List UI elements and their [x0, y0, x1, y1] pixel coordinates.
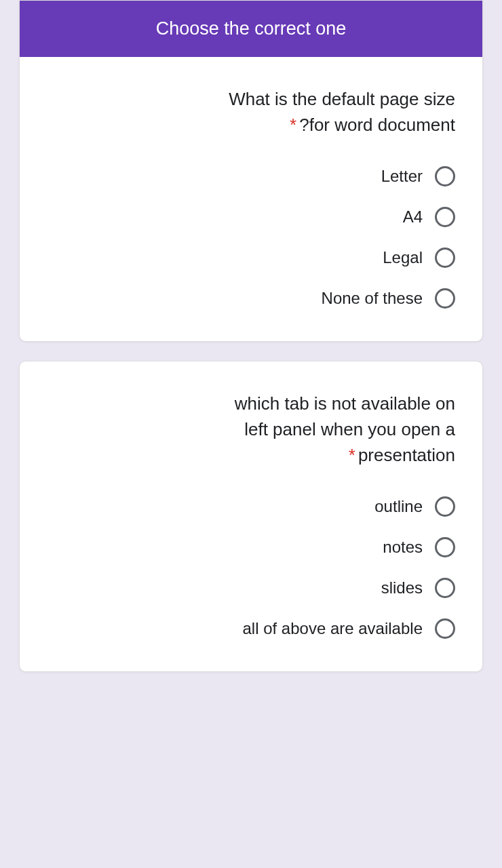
- radio-icon[interactable]: [435, 496, 455, 517]
- form-title: Choose the correct one: [156, 18, 347, 39]
- option-none-of-these[interactable]: None of these: [47, 288, 455, 309]
- option-notes[interactable]: notes: [47, 537, 455, 557]
- question-line: *?for word document: [47, 113, 455, 138]
- option-outline[interactable]: outline: [47, 496, 455, 517]
- form-header: Choose the correct one: [20, 1, 482, 57]
- radio-icon[interactable]: [435, 537, 455, 557]
- card-body-1: What is the default page size *?for word…: [20, 57, 482, 341]
- radio-icon[interactable]: [435, 207, 455, 227]
- question-line: What is the default page size: [47, 87, 455, 113]
- option-a4[interactable]: A4: [47, 207, 455, 227]
- question-card-2: which tab is not available on left panel…: [19, 361, 483, 672]
- question-text-1: What is the default page size *?for word…: [47, 87, 455, 138]
- options-group-1: Letter A4 Legal None of these: [47, 166, 455, 309]
- question-text-2: which tab is not available on left panel…: [47, 391, 455, 468]
- option-slides[interactable]: slides: [47, 578, 455, 598]
- card-body-2: which tab is not available on left panel…: [20, 361, 482, 671]
- question-line-text: presentation: [358, 445, 455, 465]
- radio-icon[interactable]: [435, 578, 455, 598]
- option-label: Letter: [381, 167, 423, 186]
- option-label: None of these: [322, 289, 423, 308]
- options-group-2: outline notes slides all of above are av…: [47, 496, 455, 639]
- question-line: *presentation: [47, 443, 455, 469]
- question-line: which tab is not available on: [47, 391, 455, 417]
- option-label: notes: [383, 538, 423, 557]
- required-asterisk: *: [290, 115, 296, 135]
- radio-icon[interactable]: [435, 288, 455, 309]
- option-label: Legal: [383, 248, 423, 267]
- question-line: left panel when you open a: [47, 417, 455, 443]
- option-legal[interactable]: Legal: [47, 248, 455, 268]
- option-label: A4: [403, 208, 423, 226]
- option-label: all of above are available: [242, 619, 423, 638]
- radio-icon[interactable]: [435, 248, 455, 268]
- option-all-available[interactable]: all of above are available: [47, 618, 455, 639]
- radio-icon[interactable]: [435, 166, 455, 186]
- radio-icon[interactable]: [435, 618, 455, 639]
- option-label: outline: [374, 497, 423, 516]
- option-label: slides: [381, 578, 423, 597]
- option-letter[interactable]: Letter: [47, 166, 455, 186]
- question-card-1: Choose the correct one What is the defau…: [19, 0, 483, 342]
- required-asterisk: *: [349, 445, 355, 465]
- question-line-text: ?for word document: [299, 115, 455, 135]
